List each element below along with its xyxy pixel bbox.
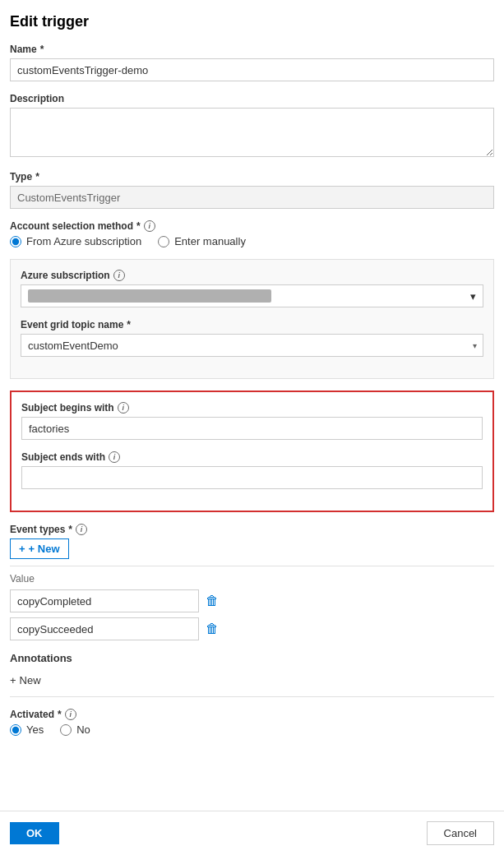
activated-no-option[interactable]: No — [60, 723, 90, 736]
name-input[interactable] — [10, 58, 494, 81]
new-button-label: + New — [29, 543, 60, 555]
event-type-value-2[interactable] — [10, 617, 199, 640]
annotations-section: Annotations + New — [10, 652, 494, 697]
subject-ends-info-icon[interactable]: i — [109, 451, 120, 463]
event-types-values-section: Value 🗑 🗑 — [10, 573, 494, 640]
subject-begins-info-icon[interactable]: i — [118, 402, 129, 414]
annotations-new-button[interactable]: + New — [10, 671, 41, 690]
subject-begins-input[interactable] — [21, 417, 483, 440]
description-input[interactable] — [10, 108, 494, 157]
name-label: Name * — [10, 44, 494, 55]
azure-subscription-label: Azure subscription i — [21, 270, 483, 281]
azure-section: Azure subscription i ▾ Event grid topic … — [10, 259, 494, 379]
azure-subscription-select[interactable]: ▾ — [21, 284, 483, 307]
event-types-info-icon[interactable]: i — [76, 524, 87, 535]
type-field-group: Type * — [10, 171, 494, 209]
annotations-new-label: New — [20, 674, 41, 686]
activated-label: Activated * i — [10, 709, 494, 720]
account-selection-info-icon[interactable]: i — [144, 220, 155, 232]
account-selection-field-group: Account selection method * i From Azure … — [10, 220, 494, 247]
event-type-value-1[interactable] — [10, 589, 199, 612]
table-row: 🗑 — [10, 589, 494, 612]
subject-ends-label: Subject ends with i — [21, 451, 483, 463]
activated-section: Activated * i Yes No — [10, 709, 494, 736]
enter-manually-radio[interactable] — [158, 236, 169, 247]
azure-subscription-radio-option[interactable]: From Azure subscription — [10, 235, 141, 247]
value-column-label: Value — [10, 573, 494, 585]
enter-manually-radio-option[interactable]: Enter manually — [158, 235, 246, 247]
page-title: Edit trigger — [10, 13, 494, 30]
annotations-divider — [10, 696, 494, 697]
event-types-new-button[interactable]: + + New — [10, 538, 69, 559]
event-grid-topic-select-wrapper: customEventDemo ▾ — [21, 334, 483, 357]
event-types-label: Event types * i — [10, 524, 494, 535]
ok-button[interactable]: OK — [10, 822, 59, 844]
activated-info-icon[interactable]: i — [65, 709, 76, 720]
activated-yes-radio[interactable] — [10, 724, 21, 736]
activated-no-radio[interactable] — [60, 724, 72, 736]
annotations-title: Annotations — [10, 652, 494, 664]
azure-subscription-radio[interactable] — [10, 236, 21, 247]
type-label: Type * — [10, 171, 494, 183]
subject-ends-input[interactable] — [21, 466, 483, 489]
azure-subscription-field-group: Azure subscription i ▾ — [21, 270, 483, 307]
event-types-divider — [10, 566, 494, 566]
delete-event-type-2-icon[interactable]: 🗑 — [206, 622, 219, 636]
activated-yes-option[interactable]: Yes — [10, 723, 44, 736]
subscription-placeholder — [28, 289, 271, 303]
cancel-button[interactable]: Cancel — [427, 821, 494, 845]
description-label: Description — [10, 93, 494, 104]
event-grid-topic-select[interactable]: customEventDemo — [21, 334, 483, 357]
event-grid-topic-label: Event grid topic name * — [21, 319, 483, 330]
account-selection-radio-group: From Azure subscription Enter manually — [10, 235, 494, 247]
footer: OK Cancel — [0, 811, 504, 855]
azure-subscription-chevron: ▾ — [470, 290, 476, 303]
subject-begins-label: Subject begins with i — [21, 402, 483, 414]
event-grid-topic-field-group: Event grid topic name * customEventDemo … — [21, 319, 483, 357]
annotations-plus-icon: + — [10, 674, 16, 686]
subject-begins-field-group: Subject begins with i — [21, 402, 483, 440]
table-row: 🗑 — [10, 617, 494, 640]
delete-event-type-1-icon[interactable]: 🗑 — [206, 594, 219, 608]
name-field-group: Name * — [10, 44, 494, 81]
description-field-group: Description — [10, 93, 494, 159]
event-types-section: Event types * i + + New Value 🗑 🗑 — [10, 524, 494, 640]
subject-section: Subject begins with i Subject ends with … — [10, 391, 494, 512]
azure-subscription-info-icon[interactable]: i — [113, 270, 125, 281]
account-selection-label: Account selection method * i — [10, 220, 494, 232]
activated-radio-group: Yes No — [10, 723, 494, 736]
plus-icon: + — [19, 543, 25, 555]
type-input — [10, 186, 494, 209]
subject-ends-field-group: Subject ends with i — [21, 451, 483, 489]
